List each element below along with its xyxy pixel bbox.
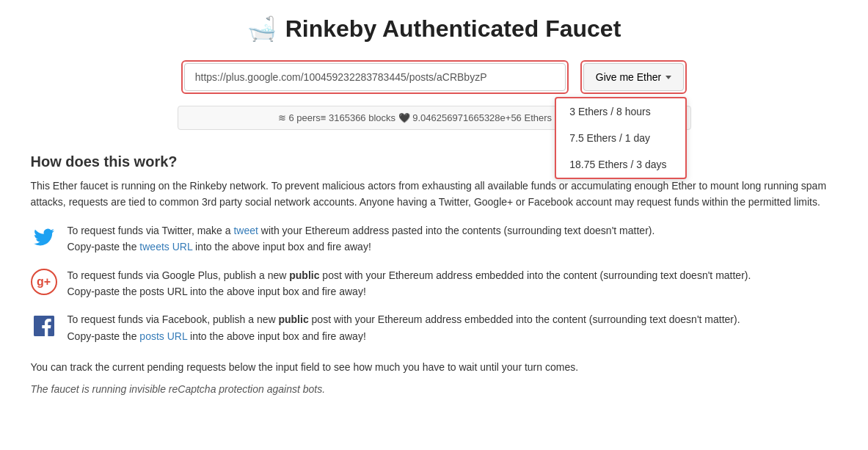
posts-url-link[interactable]: posts URL [139, 330, 187, 342]
googleplus-icon: g+ [31, 269, 57, 295]
dropdown-item-1[interactable]: 3 Ethers / 8 hours [556, 98, 685, 125]
how-title: How does this work? [31, 153, 838, 170]
gplus-text: To request funds via Google Plus, publis… [68, 267, 751, 300]
give-ether-dropdown-wrapper: Give me Ether 3 Ethers / 8 hours 7.5 Eth… [580, 60, 687, 94]
twitter-icon [31, 224, 57, 250]
url-input[interactable] [184, 63, 566, 91]
give-ether-label: Give me Ether [596, 71, 661, 83]
social-list: To request funds via Twitter, make a twe… [31, 222, 838, 344]
social-item-facebook: To request funds via Facebook, publish a… [31, 311, 838, 344]
how-section: How does this work? This Ether faucet is… [31, 153, 838, 395]
social-item-gplus: g+ To request funds via Google Plus, pub… [31, 267, 838, 300]
captcha-note: The faucet is running invisible reCaptch… [31, 383, 838, 395]
how-intro: This Ether faucet is running on the Rink… [31, 178, 838, 211]
tweet-link[interactable]: tweet [233, 225, 258, 236]
page-title: Rinkeby Authenticated Faucet [285, 15, 621, 43]
url-input-wrapper [181, 60, 569, 94]
facebook-text: To request funds via Facebook, publish a… [68, 311, 740, 344]
tweets-url-link[interactable]: tweets URL [139, 241, 192, 253]
dropdown-item-3[interactable]: 18.75 Ethers / 3 days [556, 151, 685, 178]
twitter-text: To request funds via Twitter, make a twe… [68, 222, 655, 255]
social-item-twitter: To request funds via Twitter, make a twe… [31, 222, 838, 255]
give-ether-button[interactable]: Give me Ether [583, 63, 684, 91]
facebook-icon [31, 313, 57, 339]
chevron-down-icon [665, 76, 671, 79]
faucet-icon: 🛁 [247, 15, 277, 43]
ether-dropdown-menu: 3 Ethers / 8 hours 7.5 Ethers / 1 day 18… [555, 97, 687, 179]
give-ether-border: Give me Ether [580, 60, 687, 94]
faucet-input-row: Give me Ether 3 Ethers / 8 hours 7.5 Eth… [29, 60, 839, 94]
dropdown-item-2[interactable]: 7.5 Ethers / 1 day [556, 125, 685, 151]
track-note: You can track the current pending reques… [31, 359, 838, 375]
page-header: 🛁 Rinkeby Authenticated Faucet [29, 15, 839, 43]
